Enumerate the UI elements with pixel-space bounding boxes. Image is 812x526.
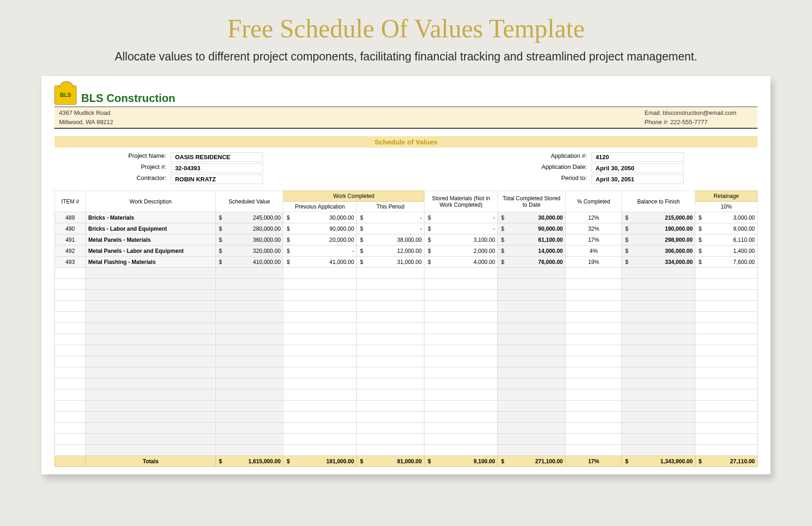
cell-sched[interactable]: $320,000.00 [215, 245, 283, 257]
cell-total[interactable]: $30,000.00 [498, 212, 566, 223]
empty-cell[interactable] [424, 412, 498, 423]
empty-cell[interactable] [55, 367, 86, 378]
empty-cell[interactable] [498, 334, 566, 345]
cell-desc[interactable]: Bricks - Labor and Equipment [86, 223, 215, 234]
empty-cell[interactable] [55, 434, 86, 445]
empty-cell[interactable] [283, 356, 357, 367]
empty-cell[interactable] [86, 290, 215, 301]
empty-cell[interactable] [86, 356, 215, 367]
empty-cell[interactable] [622, 301, 695, 312]
cell-item[interactable]: 491 [55, 234, 86, 245]
empty-cell[interactable] [283, 301, 357, 312]
empty-cell[interactable] [622, 312, 695, 323]
empty-cell[interactable] [86, 334, 215, 345]
empty-cell[interactable] [283, 423, 357, 434]
empty-cell[interactable] [215, 400, 283, 412]
cell-total[interactable]: $14,000.00 [498, 245, 566, 257]
empty-cell[interactable] [622, 279, 695, 290]
empty-cell[interactable] [55, 345, 86, 356]
cell-bal[interactable]: $215,000.00 [622, 212, 695, 223]
empty-cell[interactable] [357, 445, 424, 456]
empty-cell[interactable] [695, 323, 758, 334]
empty-cell[interactable] [215, 434, 283, 445]
cell-prev[interactable]: $90,000.00 [283, 223, 357, 234]
empty-cell[interactable] [695, 389, 758, 400]
cell-total[interactable]: $90,000.00 [498, 223, 566, 234]
empty-cell[interactable] [86, 434, 215, 445]
empty-cell[interactable] [55, 290, 86, 301]
empty-cell[interactable] [424, 323, 498, 334]
empty-cell[interactable] [357, 323, 424, 334]
empty-cell[interactable] [283, 400, 357, 412]
empty-cell[interactable] [357, 301, 424, 312]
table-row-empty[interactable] [55, 312, 758, 323]
table-row-empty[interactable] [55, 412, 758, 423]
empty-cell[interactable] [498, 279, 566, 290]
table-row-empty[interactable] [55, 378, 758, 389]
cell-total[interactable]: $76,000.00 [498, 257, 566, 268]
empty-cell[interactable] [86, 400, 215, 412]
cell-stored[interactable]: $- [424, 212, 498, 223]
empty-cell[interactable] [622, 378, 695, 389]
cell-period[interactable]: $31,000.00 [357, 257, 424, 268]
empty-cell[interactable] [622, 367, 695, 378]
table-row[interactable]: 493Metal Flashing - Materials$410,000.00… [55, 257, 758, 268]
empty-cell[interactable] [424, 345, 498, 356]
empty-cell[interactable] [283, 434, 357, 445]
empty-cell[interactable] [565, 323, 621, 334]
empty-cell[interactable] [695, 279, 758, 290]
empty-cell[interactable] [86, 345, 215, 356]
cell-stored[interactable]: $3,100.00 [424, 234, 498, 245]
cell-prev[interactable]: $- [283, 245, 357, 257]
cell-total[interactable]: $61,100.00 [498, 234, 566, 245]
cell-desc[interactable]: Bricks - Materials [86, 212, 215, 223]
empty-cell[interactable] [498, 412, 566, 423]
empty-cell[interactable] [357, 279, 424, 290]
empty-cell[interactable] [86, 412, 215, 423]
empty-cell[interactable] [565, 268, 621, 279]
empty-cell[interactable] [498, 423, 566, 434]
empty-cell[interactable] [498, 378, 566, 389]
empty-cell[interactable] [283, 323, 357, 334]
empty-cell[interactable] [86, 312, 215, 323]
empty-cell[interactable] [565, 434, 621, 445]
empty-cell[interactable] [498, 367, 566, 378]
empty-cell[interactable] [565, 301, 621, 312]
empty-cell[interactable] [215, 423, 283, 434]
cell-ret[interactable]: $3,000.00 [695, 212, 758, 223]
table-row-empty[interactable] [55, 367, 758, 378]
empty-cell[interactable] [695, 412, 758, 423]
empty-cell[interactable] [55, 301, 86, 312]
project-name-value[interactable]: OASIS RESIDENCE [171, 152, 263, 162]
empty-cell[interactable] [215, 356, 283, 367]
empty-cell[interactable] [55, 423, 86, 434]
cell-sched[interactable]: $360,000.00 [215, 234, 283, 245]
empty-cell[interactable] [86, 279, 215, 290]
empty-cell[interactable] [55, 412, 86, 423]
cell-item[interactable]: 493 [55, 257, 86, 268]
empty-cell[interactable] [424, 356, 498, 367]
table-row[interactable]: 492Metal Panels - Labor and Equipment$32… [55, 245, 758, 257]
cell-item[interactable]: 492 [55, 245, 86, 257]
empty-cell[interactable] [565, 279, 621, 290]
cell-stored[interactable]: $2,000.00 [424, 245, 498, 257]
empty-cell[interactable] [283, 389, 357, 400]
empty-cell[interactable] [622, 445, 695, 456]
empty-cell[interactable] [695, 356, 758, 367]
empty-cell[interactable] [86, 389, 215, 400]
cell-sched[interactable]: $280,000.00 [215, 223, 283, 234]
empty-cell[interactable] [565, 290, 621, 301]
empty-cell[interactable] [215, 290, 283, 301]
empty-cell[interactable] [565, 312, 621, 323]
empty-cell[interactable] [357, 334, 424, 345]
empty-cell[interactable] [695, 345, 758, 356]
empty-cell[interactable] [695, 434, 758, 445]
table-row-empty[interactable] [55, 301, 758, 312]
empty-cell[interactable] [55, 445, 86, 456]
empty-cell[interactable] [283, 367, 357, 378]
empty-cell[interactable] [283, 412, 357, 423]
table-row-empty[interactable] [55, 423, 758, 434]
empty-cell[interactable] [86, 378, 215, 389]
cell-pct[interactable]: 17% [565, 234, 621, 245]
empty-cell[interactable] [424, 290, 498, 301]
